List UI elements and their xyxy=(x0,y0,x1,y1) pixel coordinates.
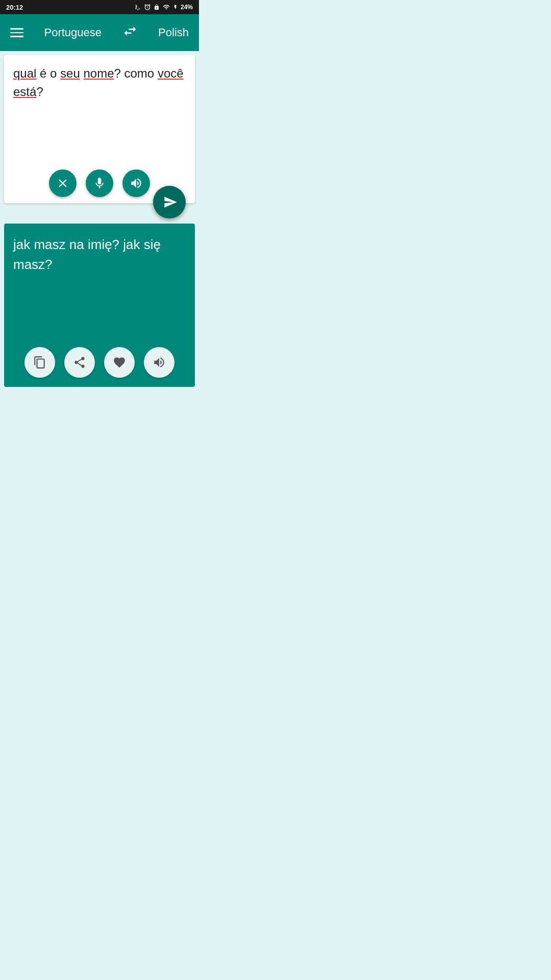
favorite-button[interactable] xyxy=(104,347,135,378)
copy-icon xyxy=(33,356,46,369)
send-icon xyxy=(163,195,178,209)
word-seu: seu xyxy=(60,66,80,80)
send-translate-button[interactable] xyxy=(153,186,186,218)
copy-button[interactable] xyxy=(24,347,55,378)
target-language-selector[interactable]: Polish xyxy=(158,26,189,39)
close-icon xyxy=(56,177,69,190)
lock-icon xyxy=(154,4,160,11)
word-esta: está xyxy=(13,85,36,99)
speak-target-button[interactable] xyxy=(144,347,174,378)
word-nome: nome xyxy=(83,66,114,80)
alarm-icon xyxy=(144,4,151,11)
share-icon xyxy=(73,356,86,369)
status-icons: 24% xyxy=(134,4,193,11)
toolbar: Portuguese Polish xyxy=(0,14,199,51)
status-bar: 20:12 24% xyxy=(0,0,199,14)
heart-icon xyxy=(113,356,126,369)
word-voce: você xyxy=(158,66,184,80)
translated-text: jak masz na imię? jak się masz? xyxy=(13,235,186,275)
volume-icon xyxy=(130,177,143,190)
signal-icon xyxy=(162,4,170,11)
translated-panel: jak masz na imię? jak się masz? xyxy=(4,224,195,387)
volume-target-icon xyxy=(153,356,166,369)
menu-button[interactable] xyxy=(10,28,23,37)
word-qual: qual xyxy=(13,66,36,80)
bell-mute-icon xyxy=(134,4,141,11)
battery-text: 24% xyxy=(181,4,193,11)
source-text[interactable]: qual é o seu nome? como você está? xyxy=(13,64,186,101)
mic-icon xyxy=(93,177,106,190)
source-actions xyxy=(49,169,150,197)
swap-languages-button[interactable] xyxy=(122,23,138,42)
source-panel: qual é o seu nome? como você está? xyxy=(4,55,195,203)
status-time: 20:12 xyxy=(6,4,23,11)
clear-button[interactable] xyxy=(49,169,77,197)
translated-actions xyxy=(24,347,174,378)
source-language-selector[interactable]: Portuguese xyxy=(44,26,102,39)
charging-icon xyxy=(173,4,178,11)
panels-wrapper: qual é o seu nome? como você está? xyxy=(0,55,199,387)
speak-source-button[interactable] xyxy=(122,169,150,197)
microphone-button[interactable] xyxy=(86,169,113,197)
share-button[interactable] xyxy=(64,347,95,378)
